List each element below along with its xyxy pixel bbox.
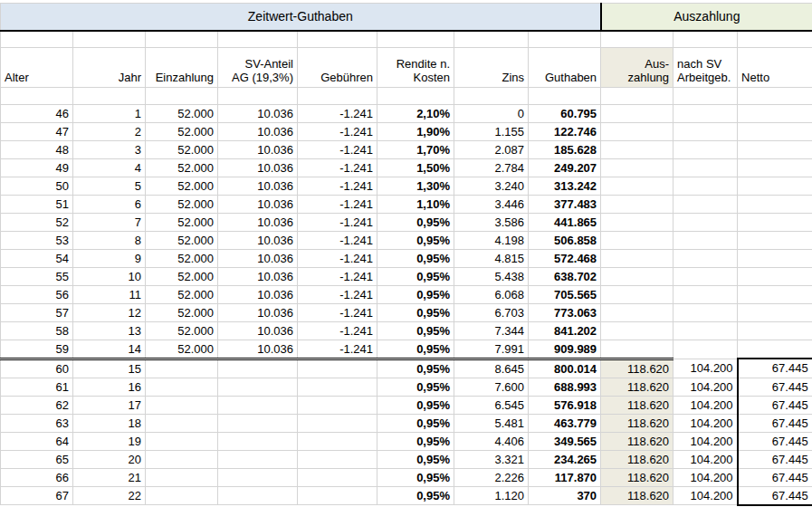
cell-netto[interactable] <box>738 321 812 340</box>
cell-sv-anteil[interactable]: 10.036 <box>218 321 298 340</box>
cell-alter[interactable]: 57 <box>1 303 73 321</box>
cell-netto[interactable]: 67.445 <box>738 468 812 486</box>
cell-sv-anteil[interactable] <box>218 486 298 505</box>
cell-rendite[interactable]: 0,95% <box>377 213 454 231</box>
cell-netto[interactable]: 67.445 <box>738 486 812 505</box>
cell-nach-sv[interactable]: 104.200 <box>673 468 738 486</box>
cell-alter[interactable]: 61 <box>1 378 73 396</box>
cell-rendite[interactable]: 0,95% <box>377 285 454 303</box>
cell-zins[interactable]: 3.586 <box>454 213 529 231</box>
cell-nach-sv[interactable] <box>673 321 738 340</box>
cell-guthaben[interactable]: 909.989 <box>529 340 601 359</box>
cell-guthaben[interactable]: 249.207 <box>529 158 601 177</box>
cell-auszahlung[interactable] <box>601 231 673 249</box>
cell-netto[interactable] <box>738 340 812 359</box>
col-header-auszahlung[interactable]: Aus- zahlung <box>601 47 673 87</box>
cell-rendite[interactable]: 1,10% <box>377 195 454 213</box>
cell-zins[interactable]: 6.545 <box>454 396 529 414</box>
cell-sv-anteil[interactable]: 10.036 <box>218 249 298 267</box>
cell-alter[interactable]: 51 <box>1 195 73 213</box>
cell-netto[interactable] <box>738 303 812 321</box>
cell-jahr[interactable]: 20 <box>73 450 146 468</box>
cell-guthaben[interactable]: 773.063 <box>529 303 601 321</box>
cell-einzahlung[interactable] <box>146 432 218 450</box>
empty-cell[interactable] <box>73 87 146 104</box>
cell-netto[interactable]: 67.445 <box>738 396 812 414</box>
cell-jahr[interactable]: 6 <box>73 195 146 213</box>
cell-auszahlung[interactable]: 118.620 <box>601 432 673 450</box>
cell-auszahlung[interactable] <box>601 177 673 195</box>
cell-einzahlung[interactable] <box>146 486 218 505</box>
cell-auszahlung[interactable]: 118.620 <box>601 450 673 468</box>
cell-nach-sv[interactable] <box>673 303 738 321</box>
cell-guthaben[interactable]: 377.483 <box>529 195 601 213</box>
cell-jahr[interactable]: 4 <box>73 158 146 177</box>
cell-jahr[interactable]: 18 <box>73 414 146 432</box>
cell-gebuehren[interactable] <box>298 468 377 486</box>
empty-cell[interactable] <box>601 87 673 104</box>
cell-rendite[interactable]: 2,10% <box>377 104 454 122</box>
cell-gebuehren[interactable]: -1.241 <box>298 321 377 340</box>
cell-jahr[interactable]: 5 <box>73 177 146 195</box>
cell-gebuehren[interactable] <box>298 378 377 396</box>
cell-sv-anteil[interactable] <box>218 378 298 396</box>
cell-einzahlung[interactable] <box>146 396 218 414</box>
cell-sv-anteil[interactable]: 10.036 <box>218 231 298 249</box>
cell-netto[interactable]: 67.445 <box>738 378 812 396</box>
cell-sv-anteil[interactable]: 10.036 <box>218 140 298 158</box>
cell-nach-sv[interactable] <box>673 267 738 285</box>
cell-netto[interactable] <box>738 122 812 140</box>
cell-alter[interactable]: 56 <box>1 285 73 303</box>
cell-zins[interactable]: 4.198 <box>454 231 529 249</box>
cell-sv-anteil[interactable] <box>218 432 298 450</box>
empty-cell[interactable] <box>1 87 73 104</box>
cell-jahr[interactable]: 8 <box>73 231 146 249</box>
cell-jahr[interactable]: 3 <box>73 140 146 158</box>
cell-zins[interactable]: 2.087 <box>454 140 529 158</box>
group-title-zeitwert-guthaben[interactable]: Zeitwert-Guthaben <box>1 4 601 32</box>
cell-einzahlung[interactable]: 52.000 <box>146 122 218 140</box>
cell-jahr[interactable]: 21 <box>73 468 146 486</box>
cell-alter[interactable]: 67 <box>1 486 73 505</box>
col-header-netto[interactable]: Netto <box>738 47 812 87</box>
cell-einzahlung[interactable]: 52.000 <box>146 303 218 321</box>
empty-cell[interactable] <box>73 31 146 47</box>
cell-auszahlung[interactable] <box>601 285 673 303</box>
cell-guthaben[interactable]: 572.468 <box>529 249 601 267</box>
cell-jahr[interactable]: 12 <box>73 303 146 321</box>
cell-einzahlung[interactable]: 52.000 <box>146 340 218 359</box>
cell-sv-anteil[interactable]: 10.036 <box>218 303 298 321</box>
cell-guthaben[interactable]: 185.628 <box>529 140 601 158</box>
empty-cell[interactable] <box>529 87 601 104</box>
cell-guthaben[interactable]: 688.993 <box>529 378 601 396</box>
col-header-zins[interactable]: Zins <box>454 47 529 87</box>
cell-gebuehren[interactable] <box>298 450 377 468</box>
cell-jahr[interactable]: 19 <box>73 432 146 450</box>
cell-nach-sv[interactable] <box>673 158 738 177</box>
cell-sv-anteil[interactable] <box>218 468 298 486</box>
cell-rendite[interactable]: 0,95% <box>377 396 454 414</box>
col-header-sv-anteil[interactable]: SV-Anteil AG (19,3%) <box>218 47 298 87</box>
cell-zins[interactable]: 0 <box>454 104 529 122</box>
cell-nach-sv[interactable] <box>673 213 738 231</box>
cell-gebuehren[interactable]: -1.241 <box>298 267 377 285</box>
cell-sv-anteil[interactable] <box>218 359 298 378</box>
cell-guthaben[interactable]: 800.014 <box>529 359 601 378</box>
empty-cell[interactable] <box>673 87 738 104</box>
group-title-auszahlung[interactable]: Auszahlung <box>601 4 812 32</box>
cell-einzahlung[interactable] <box>146 450 218 468</box>
cell-einzahlung[interactable] <box>146 378 218 396</box>
cell-nach-sv[interactable] <box>673 140 738 158</box>
cell-guthaben[interactable]: 576.918 <box>529 396 601 414</box>
cell-einzahlung[interactable]: 52.000 <box>146 140 218 158</box>
cell-alter[interactable]: 46 <box>1 104 73 122</box>
cell-alter[interactable]: 52 <box>1 213 73 231</box>
cell-auszahlung[interactable] <box>601 321 673 340</box>
cell-einzahlung[interactable] <box>146 414 218 432</box>
empty-cell[interactable] <box>529 31 601 47</box>
cell-nach-sv[interactable] <box>673 104 738 122</box>
empty-cell[interactable] <box>454 31 529 47</box>
cell-auszahlung[interactable] <box>601 340 673 359</box>
cell-zins[interactable]: 6.068 <box>454 285 529 303</box>
cell-rendite[interactable]: 0,95% <box>377 450 454 468</box>
